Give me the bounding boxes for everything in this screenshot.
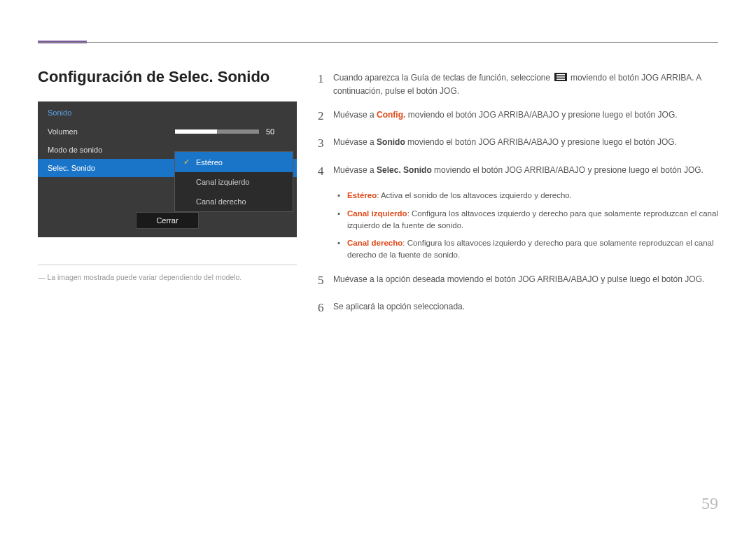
volume-slider: 50 bbox=[175, 127, 287, 136]
bullet-right: Canal derecho: Configura los altavoces i… bbox=[337, 237, 718, 262]
submenu-right: Canal derecho bbox=[175, 192, 293, 211]
submenu-stereo-label: Estéreo bbox=[196, 158, 223, 167]
osd-volume-row: Volumen 50 bbox=[38, 122, 297, 141]
volume-fill bbox=[175, 129, 217, 134]
submenu-stereo: ✓ Estéreo bbox=[175, 152, 293, 172]
svg-rect-2 bbox=[556, 76, 565, 78]
submenu-left-label: Canal izquierdo bbox=[196, 178, 249, 186]
step-1: 1 Cuando aparezca la Guía de teclas de f… bbox=[318, 70, 718, 97]
osd-volume-label: Volumen bbox=[48, 127, 175, 136]
close-button: Cerrar bbox=[136, 212, 199, 229]
image-note: ― La imagen mostrada puede variar depend… bbox=[38, 273, 297, 281]
osd-menu-title: Sonido bbox=[38, 101, 297, 122]
svg-rect-1 bbox=[556, 74, 565, 76]
step-2: 2 Muévase a Config. moviendo el botón JO… bbox=[318, 107, 718, 125]
header-rule bbox=[38, 42, 718, 43]
page-number: 59 bbox=[701, 494, 718, 513]
osd-submenu: ✓ Estéreo Canal izquierdo Canal derecho bbox=[174, 151, 293, 212]
bullet-stereo: Estéreo: Activa el sonido de los altavoc… bbox=[337, 190, 718, 202]
check-icon: ✓ bbox=[183, 157, 192, 167]
menu-icon bbox=[554, 72, 567, 85]
osd-panel: Sonido Volumen 50 Modo de sonido Selec. … bbox=[38, 101, 297, 237]
step-5: 5 Muévase a la opción deseada moviendo e… bbox=[318, 272, 718, 290]
volume-value: 50 bbox=[266, 127, 274, 136]
bullet-left: Canal izquierdo: Configura los altavoces… bbox=[337, 208, 718, 232]
svg-rect-3 bbox=[556, 78, 565, 80]
step-4: 4 Muévase a Selec. Sonido moviendo el bo… bbox=[318, 162, 718, 181]
step-3: 3 Muévase a Sonido moviendo el botón JOG… bbox=[318, 134, 718, 153]
step-6: 6 Se aplicará la opción seleccionada. bbox=[318, 299, 718, 317]
page-title: Configuración de Selec. Sonido bbox=[38, 68, 270, 86]
options-list: Estéreo: Activa el sonido de los altavoc… bbox=[337, 190, 718, 261]
note-rule bbox=[38, 265, 297, 265]
submenu-left: Canal izquierdo bbox=[175, 172, 293, 192]
submenu-right-label: Canal derecho bbox=[196, 197, 246, 206]
steps-list: 1 Cuando aparezca la Guía de teclas de f… bbox=[318, 70, 718, 327]
